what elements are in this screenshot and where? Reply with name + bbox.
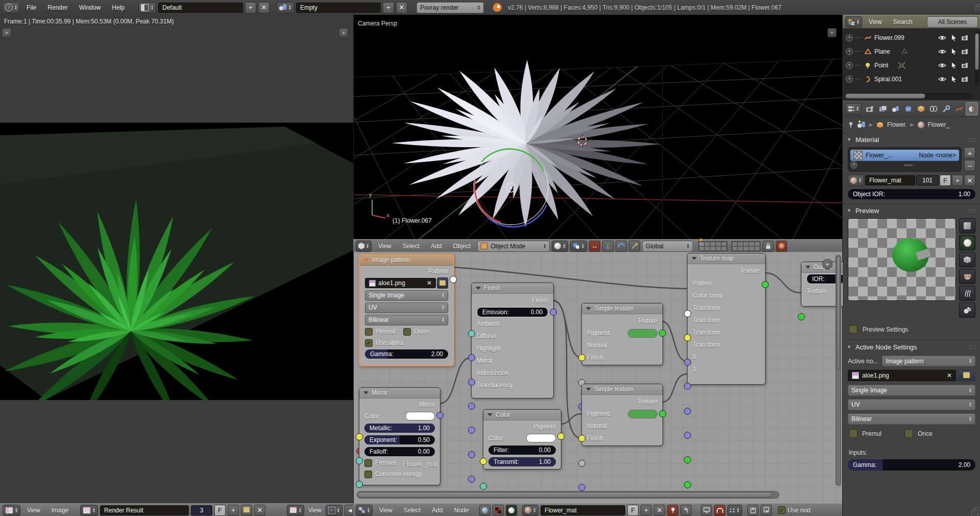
viewport-3d-area[interactable]: Camera Persp (1) Flower.067 y x + [353,15,843,239]
socket-mirror-input[interactable] [468,427,475,434]
mirror-color-swatch[interactable] [405,412,435,420]
snap-mode-button[interactable]: ▲▼ [727,505,742,516]
node-tree-browse-button[interactable]: ▲▼ [522,505,538,516]
socket-transform-input[interactable] [684,408,691,415]
visibility-eye-icon[interactable] [938,62,946,68]
premul-checkbox[interactable] [365,328,373,336]
breadcrumb-material-label[interactable]: Flower_ [928,121,950,128]
material-nodes-button[interactable] [479,505,491,516]
preview-hair-button[interactable] [959,286,975,301]
expand-icon[interactable]: + [846,34,853,41]
preview-resize-grip[interactable]: ══ [897,292,906,299]
socket-mirror-output[interactable] [436,412,444,419]
preview-panel-header[interactable]: ▼ Preview :::: [843,204,980,217]
manipulator-toggle-button[interactable]: ↔ [589,241,600,252]
tab-scene[interactable] [890,102,902,115]
outliner-scope-dropdown[interactable]: All Scenes [927,16,978,28]
lock-to-scene-button[interactable] [763,241,774,252]
color-swatch[interactable] [526,434,556,442]
active-filter-dropdown[interactable]: Bilinear ▲▼ [848,413,975,425]
socket-color-ramp-input[interactable] [684,334,691,341]
tab-constraints[interactable] [927,102,940,115]
render-engine-dropdown[interactable]: Povray render ▲▼ [416,2,484,13]
tab-material[interactable] [966,102,978,115]
renderability-camera-icon[interactable] [961,76,969,82]
preview-monkey-button[interactable] [959,269,975,284]
corner-resize-grip[interactable] [1,507,9,515]
collapse-triangle-icon[interactable] [586,307,591,310]
collapse-triangle-icon[interactable] [487,413,493,416]
render-slot-field[interactable]: 3 [191,505,212,515]
viewport-shading-button[interactable]: ▲▼ [552,241,568,252]
active-gamma-slider[interactable]: Gamma: 2.00 [848,459,975,471]
pivot-point-button[interactable]: ▲▼ [570,241,587,252]
socket-transform-input[interactable] [684,432,691,439]
pigment-swatch[interactable] [628,329,657,338]
socket-texture-output[interactable] [659,410,666,417]
node-tree-name-field[interactable]: Flower_mat [541,505,625,515]
tab-modifiers[interactable] [940,102,952,115]
material-users-button[interactable]: 101 [916,175,939,185]
preview-settings-checkbox[interactable] [849,325,857,334]
unlink-x-icon[interactable]: ✕ [947,372,952,379]
image-source-dropdown[interactable]: Single Image▲▼ [365,290,448,301]
active-premul-checkbox[interactable] [849,429,857,438]
snap-button[interactable] [714,505,725,516]
material-sphere-icon[interactable] [918,122,924,128]
scene-name-field[interactable]: Empty [296,3,381,13]
outliner-editor-type-button[interactable]: ▲▼ [845,16,862,28]
fresnel-checkbox[interactable] [364,459,372,467]
renderability-camera-icon[interactable] [961,49,969,55]
preview-flat-button[interactable] [959,218,975,233]
conserve-energy-checkbox[interactable] [364,471,372,478]
socket-ambient-input[interactable] [468,354,475,361]
pin-icon[interactable] [848,122,854,128]
socket-finish-input[interactable] [578,484,585,491]
active-node-panel-header[interactable]: ▼ Active Node Settings :::: [843,340,980,354]
active-once-checkbox[interactable] [904,429,913,438]
tab-render-layers[interactable] [877,102,889,115]
unlink-node-tree-button[interactable]: ✕ [654,505,665,516]
menu-file[interactable]: File [22,3,41,12]
add-material-button[interactable]: + [952,175,963,186]
use-alpha-checkbox[interactable]: ✓ [365,339,373,347]
outliner-row-point[interactable]: + Point [843,58,980,72]
socket-mirror-color-input[interactable] [356,433,363,440]
expand-icon[interactable]: + [846,48,853,55]
outliner-vscrollbar[interactable] [974,31,979,86]
remove-material-slot-button[interactable]: − [964,160,975,171]
image-menu-image[interactable]: Image [47,506,73,515]
collapse-triangle-icon[interactable] [805,266,811,269]
paste-nodes-button[interactable] [761,505,772,516]
go-to-parent-tree-button[interactable]: ↰ [680,505,692,516]
open-image-button[interactable] [957,370,975,381]
socket-texture-input[interactable] [798,313,805,320]
viewport-menu-object[interactable]: Object [448,242,475,251]
node-image-pattern[interactable]: Image pattern Pattern aloe1.png ✕ Single… [359,254,454,366]
unlink-image-button[interactable]: ✕ [254,505,265,516]
mini-editor-type-button[interactable]: ▲▼ [287,505,304,516]
screen-layout-delete-button[interactable]: ✕ [258,2,270,13]
node-editor-vscrollbar[interactable] [836,255,841,486]
active-source-dropdown[interactable]: Single Image ▲▼ [848,385,975,396]
socket-pigment-input[interactable] [578,435,585,442]
menu-render[interactable]: Render [43,3,72,12]
tab-object[interactable] [915,102,927,115]
pin-button[interactable] [667,505,678,516]
world-nodes-button[interactable] [506,505,517,516]
node-editor-type-button[interactable]: ▲▼ [356,505,373,516]
filter-slider[interactable]: Filter:0.00 [488,445,556,455]
open-image-button[interactable] [437,277,448,289]
scene-browse-button[interactable]: ▲▼ [277,2,294,13]
node-mirror[interactable]: Mirror Mirror Color: Metallic:1.00 Expon… [359,387,440,485]
scene-delete-button[interactable]: ✕ [396,2,407,13]
tab-object-data[interactable] [953,102,965,115]
material-name-field[interactable]: Flower_mat [865,175,915,185]
outliner-row-plane[interactable]: + Plane [843,44,980,58]
socket-pattern-input[interactable] [684,310,691,317]
socket-1-input[interactable] [684,481,691,488]
add-node-tree-button[interactable]: + [641,505,652,516]
tab-world[interactable] [902,102,915,115]
socket-texture-output[interactable] [762,281,769,288]
socket-color-input[interactable] [480,458,487,465]
